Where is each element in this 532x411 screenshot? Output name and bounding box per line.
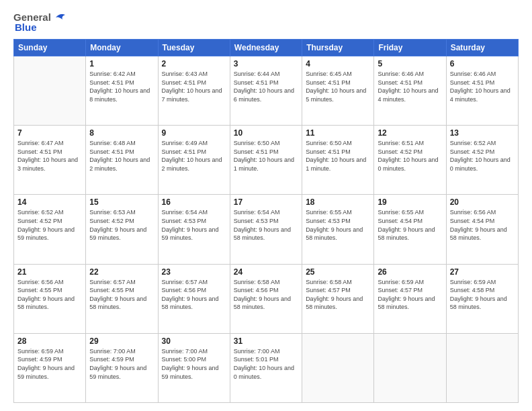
- sunset-text: Sunset: 4:59 PM: [89, 355, 154, 364]
- sunset-text: Sunset: 4:57 PM: [378, 286, 442, 295]
- day-info: Sunrise: 6:47 AM Sunset: 4:51 PM Dayligh…: [17, 139, 82, 173]
- day-info: Sunrise: 6:44 AM Sunset: 4:51 PM Dayligh…: [234, 70, 298, 103]
- calendar-cell: 10 Sunrise: 6:50 AM Sunset: 4:51 PM Dayl…: [230, 126, 302, 195]
- calendar-cell: 13 Sunrise: 6:52 AM Sunset: 4:52 PM Dayl…: [446, 126, 518, 195]
- day-info: Sunrise: 7:00 AM Sunset: 5:00 PM Dayligh…: [162, 347, 226, 381]
- calendar-table: Sunday Monday Tuesday Wednesday Thursday…: [13, 39, 519, 403]
- daylight-text: Daylight: 9 hours and 59 minutes.: [89, 226, 154, 242]
- calendar-week-row: 28 Sunrise: 6:59 AM Sunset: 4:59 PM Dayl…: [14, 333, 519, 402]
- col-saturday: Saturday: [446, 40, 518, 56]
- daylight-text: Daylight: 10 hours and 7 minutes.: [162, 87, 226, 103]
- day-number: 28: [17, 336, 82, 346]
- day-number: 21: [17, 267, 82, 277]
- daylight-text: Daylight: 10 hours and 0 minutes.: [378, 156, 442, 173]
- calendar-cell: 9 Sunrise: 6:49 AM Sunset: 4:51 PM Dayli…: [158, 126, 230, 195]
- sunset-text: Sunset: 4:52 PM: [450, 148, 515, 156]
- col-monday: Monday: [86, 40, 158, 56]
- day-info: Sunrise: 6:56 AM Sunset: 4:55 PM Dayligh…: [17, 278, 82, 312]
- day-info: Sunrise: 6:58 AM Sunset: 4:57 PM Dayligh…: [306, 278, 370, 312]
- day-info: Sunrise: 6:57 AM Sunset: 4:56 PM Dayligh…: [162, 278, 226, 312]
- calendar-cell: 1 Sunrise: 6:42 AM Sunset: 4:51 PM Dayli…: [86, 56, 158, 126]
- day-number: 9: [162, 128, 226, 138]
- daylight-text: Daylight: 10 hours and 8 minutes.: [89, 87, 154, 103]
- sunrise-text: Sunrise: 6:54 AM: [234, 208, 298, 217]
- sunset-text: Sunset: 4:53 PM: [306, 217, 370, 226]
- sunset-text: Sunset: 4:51 PM: [17, 148, 82, 156]
- daylight-text: Daylight: 10 hours and 0 minutes.: [450, 156, 515, 173]
- day-number: 12: [378, 128, 442, 138]
- day-info: Sunrise: 6:52 AM Sunset: 4:52 PM Dayligh…: [17, 208, 82, 242]
- sunset-text: Sunset: 4:51 PM: [162, 148, 226, 156]
- sunrise-text: Sunrise: 6:55 AM: [378, 208, 442, 217]
- daylight-text: Daylight: 9 hours and 59 minutes.: [162, 226, 226, 242]
- daylight-text: Daylight: 10 hours and 6 minutes.: [234, 87, 298, 103]
- daylight-text: Daylight: 9 hours and 58 minutes.: [162, 295, 226, 312]
- sunset-text: Sunset: 4:54 PM: [378, 217, 442, 226]
- daylight-text: Daylight: 10 hours and 2 minutes.: [162, 156, 226, 173]
- day-number: 3: [234, 59, 298, 68]
- day-number: 23: [162, 267, 226, 277]
- day-info: Sunrise: 6:49 AM Sunset: 4:51 PM Dayligh…: [162, 139, 226, 173]
- sunrise-text: Sunrise: 6:57 AM: [89, 278, 154, 287]
- sunset-text: Sunset: 4:58 PM: [450, 286, 515, 295]
- sunrise-text: Sunrise: 6:55 AM: [306, 208, 370, 217]
- sunrise-text: Sunrise: 6:59 AM: [17, 347, 82, 356]
- day-number: 7: [17, 128, 82, 138]
- calendar-cell: 29 Sunrise: 7:00 AM Sunset: 4:59 PM Dayl…: [86, 333, 158, 402]
- day-number: 24: [234, 267, 298, 277]
- day-info: Sunrise: 6:59 AM Sunset: 4:59 PM Dayligh…: [17, 347, 82, 381]
- calendar-cell: 8 Sunrise: 6:48 AM Sunset: 4:51 PM Dayli…: [86, 126, 158, 195]
- sunrise-text: Sunrise: 6:57 AM: [162, 278, 226, 287]
- daylight-text: Daylight: 9 hours and 59 minutes.: [162, 364, 226, 381]
- daylight-text: Daylight: 10 hours and 1 minute.: [306, 156, 370, 173]
- sunset-text: Sunset: 4:51 PM: [89, 79, 154, 87]
- daylight-text: Daylight: 10 hours and 4 minutes.: [378, 87, 442, 103]
- col-sunday: Sunday: [14, 40, 86, 56]
- daylight-text: Daylight: 9 hours and 58 minutes.: [450, 295, 515, 312]
- day-info: Sunrise: 7:00 AM Sunset: 5:01 PM Dayligh…: [234, 347, 298, 381]
- sunrise-text: Sunrise: 7:00 AM: [162, 347, 226, 356]
- sunset-text: Sunset: 4:51 PM: [306, 79, 370, 87]
- day-info: Sunrise: 6:42 AM Sunset: 4:51 PM Dayligh…: [89, 70, 154, 103]
- calendar-cell: 12 Sunrise: 6:51 AM Sunset: 4:52 PM Dayl…: [374, 126, 446, 195]
- sunset-text: Sunset: 4:54 PM: [450, 217, 515, 226]
- day-number: 27: [450, 267, 515, 277]
- sunset-text: Sunset: 4:53 PM: [162, 217, 226, 226]
- daylight-text: Daylight: 10 hours and 1 minute.: [234, 156, 298, 173]
- logo: General Blue: [13, 12, 66, 32]
- sunrise-text: Sunrise: 6:51 AM: [378, 139, 442, 148]
- page: General Blue Sunday Monday Tuesday Wedne…: [0, 0, 532, 411]
- day-info: Sunrise: 6:57 AM Sunset: 4:55 PM Dayligh…: [89, 278, 154, 312]
- sunrise-text: Sunrise: 6:43 AM: [162, 70, 226, 79]
- sunrise-text: Sunrise: 6:54 AM: [162, 208, 226, 217]
- day-number: 16: [162, 197, 226, 207]
- calendar-cell: 18 Sunrise: 6:55 AM Sunset: 4:53 PM Dayl…: [302, 195, 374, 264]
- col-tuesday: Tuesday: [158, 40, 230, 56]
- day-info: Sunrise: 6:55 AM Sunset: 4:54 PM Dayligh…: [378, 208, 442, 242]
- sunset-text: Sunset: 4:51 PM: [234, 79, 298, 87]
- sunrise-text: Sunrise: 6:46 AM: [450, 70, 515, 79]
- daylight-text: Daylight: 9 hours and 58 minutes.: [234, 295, 298, 312]
- sunrise-text: Sunrise: 6:52 AM: [17, 208, 82, 217]
- day-info: Sunrise: 6:51 AM Sunset: 4:52 PM Dayligh…: [378, 139, 442, 173]
- calendar-week-row: 14 Sunrise: 6:52 AM Sunset: 4:52 PM Dayl…: [14, 195, 519, 264]
- day-number: 5: [378, 59, 442, 68]
- sunset-text: Sunset: 4:56 PM: [234, 286, 298, 295]
- sunrise-text: Sunrise: 6:48 AM: [89, 139, 154, 148]
- calendar-cell: 27 Sunrise: 6:59 AM Sunset: 4:58 PM Dayl…: [446, 264, 518, 333]
- day-info: Sunrise: 6:45 AM Sunset: 4:51 PM Dayligh…: [306, 70, 370, 103]
- calendar-week-row: 7 Sunrise: 6:47 AM Sunset: 4:51 PM Dayli…: [14, 126, 519, 195]
- daylight-text: Daylight: 9 hours and 58 minutes.: [306, 226, 370, 242]
- sunset-text: Sunset: 4:57 PM: [306, 286, 370, 295]
- calendar-cell: [14, 56, 86, 126]
- day-number: 6: [450, 59, 515, 68]
- sunrise-text: Sunrise: 6:59 AM: [450, 278, 515, 287]
- day-info: Sunrise: 6:53 AM Sunset: 4:52 PM Dayligh…: [89, 208, 154, 242]
- daylight-text: Daylight: 10 hours and 5 minutes.: [306, 87, 370, 103]
- sunset-text: Sunset: 4:52 PM: [17, 217, 82, 226]
- daylight-text: Daylight: 9 hours and 58 minutes.: [306, 295, 370, 312]
- day-info: Sunrise: 6:59 AM Sunset: 4:58 PM Dayligh…: [450, 278, 515, 312]
- calendar-cell: 14 Sunrise: 6:52 AM Sunset: 4:52 PM Dayl…: [14, 195, 86, 264]
- day-info: Sunrise: 6:54 AM Sunset: 4:53 PM Dayligh…: [162, 208, 226, 242]
- day-number: 11: [306, 128, 370, 138]
